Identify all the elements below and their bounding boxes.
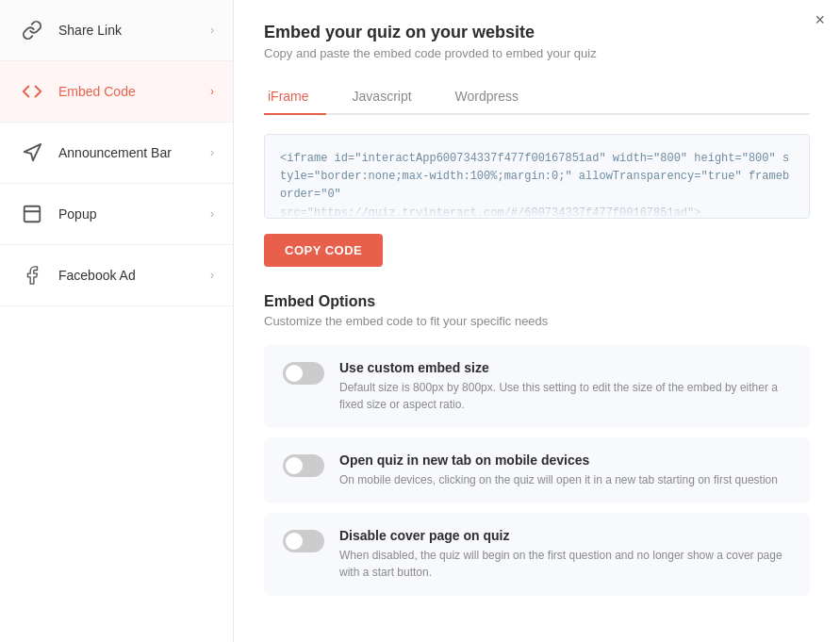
embed-options-title: Embed Options xyxy=(264,293,810,310)
toggle-cover-page-slider xyxy=(283,530,324,552)
toggle-new-tab[interactable] xyxy=(283,454,324,477)
copy-code-button[interactable]: COPY CODE xyxy=(264,234,383,267)
popup-icon xyxy=(19,201,45,227)
toggle-custom-size-slider xyxy=(283,362,324,385)
option-text-new-tab: Open quiz in new tab on mobile devices O… xyxy=(339,453,791,488)
option-label-cover-page: Disable cover page on quiz xyxy=(339,528,791,543)
tab-javascript[interactable]: Javascript xyxy=(349,79,429,115)
chevron-right-active-icon: › xyxy=(210,85,214,98)
close-button[interactable]: × xyxy=(815,11,825,28)
tabs-container: iFrame Javascript Wordpress xyxy=(264,79,810,115)
chevron-right-icon-2: › xyxy=(210,146,214,159)
option-desc-cover-page: When disabled, the quiz will begin on th… xyxy=(339,547,791,581)
page-subtitle: Copy and paste the embed code provded to… xyxy=(264,46,810,60)
sidebar-item-facebook-ad[interactable]: Facebook Ad › xyxy=(0,245,233,306)
option-label-custom-size: Use custom embed size xyxy=(339,360,791,375)
option-text-cover-page: Disable cover page on quiz When disabled… xyxy=(339,528,791,581)
svg-rect-0 xyxy=(25,206,41,222)
sidebar-item-embed-code[interactable]: Embed Code › xyxy=(0,61,233,123)
chevron-right-icon-4: › xyxy=(210,269,214,282)
sidebar-item-share-link-label: Share Link xyxy=(58,23,210,38)
tab-iframe[interactable]: iFrame xyxy=(264,79,326,115)
sidebar-item-announcement-bar-label: Announcement Bar xyxy=(58,145,210,160)
option-text-custom-size: Use custom embed size Default size is 80… xyxy=(339,360,791,413)
tab-wordpress[interactable]: Wordpress xyxy=(452,79,535,115)
chevron-right-icon-3: › xyxy=(210,207,214,221)
link-icon xyxy=(19,17,45,43)
code-icon xyxy=(19,78,45,105)
toggle-cover-page[interactable] xyxy=(283,530,324,552)
option-card-new-tab: Open quiz in new tab on mobile devices O… xyxy=(264,437,810,503)
sidebar-item-popup[interactable]: Popup › xyxy=(0,184,233,245)
sidebar-item-facebook-ad-label: Facebook Ad xyxy=(58,268,210,283)
option-card-cover-page: Disable cover page on quiz When disabled… xyxy=(264,513,810,596)
sidebar-item-share-link[interactable]: Share Link › xyxy=(0,0,233,61)
toggle-new-tab-slider xyxy=(283,454,324,477)
chevron-right-icon: › xyxy=(210,24,214,37)
option-desc-custom-size: Default size is 800px by 800px. Use this… xyxy=(339,379,791,413)
embed-code-block: <iframe id="interactApp600734337f477f001… xyxy=(264,134,810,219)
sidebar: Share Link › Embed Code › Announcement B… xyxy=(0,0,234,642)
megaphone-icon xyxy=(19,140,45,166)
page-title: Embed your quiz on your website xyxy=(264,23,810,42)
main-content: × Embed your quiz on your website Copy a… xyxy=(234,0,840,642)
option-card-custom-size: Use custom embed size Default size is 80… xyxy=(264,345,810,428)
option-desc-new-tab: On mobile devices, clicking on the quiz … xyxy=(339,471,791,488)
embed-options-subtitle: Customize the embed code to fit your spe… xyxy=(264,314,810,328)
sidebar-item-announcement-bar[interactable]: Announcement Bar › xyxy=(0,123,233,184)
option-label-new-tab: Open quiz in new tab on mobile devices xyxy=(339,453,791,468)
sidebar-item-embed-code-label: Embed Code xyxy=(58,84,210,99)
toggle-custom-size[interactable] xyxy=(283,362,324,385)
facebook-icon xyxy=(19,262,45,288)
sidebar-item-popup-label: Popup xyxy=(58,206,210,222)
